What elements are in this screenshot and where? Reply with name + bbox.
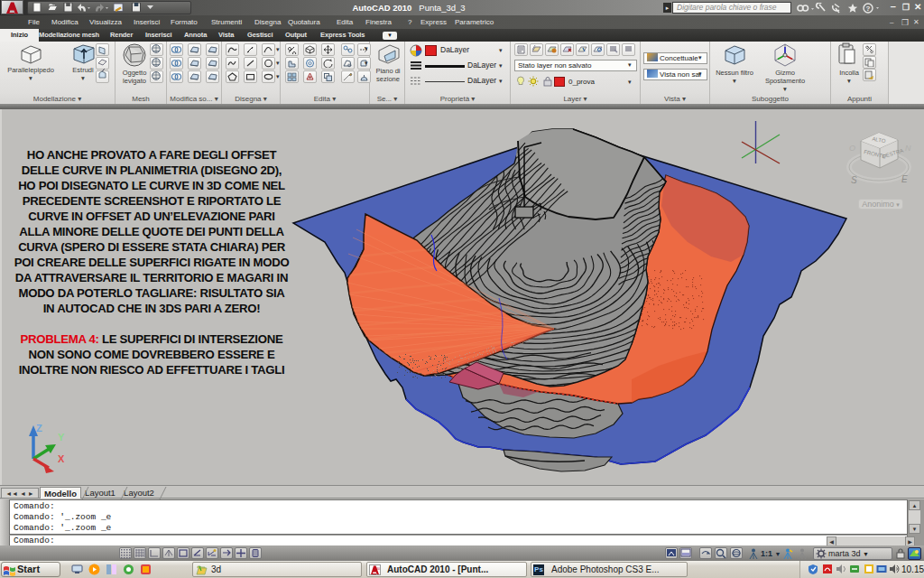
svg-text:360: 360: [375, 567, 380, 571]
